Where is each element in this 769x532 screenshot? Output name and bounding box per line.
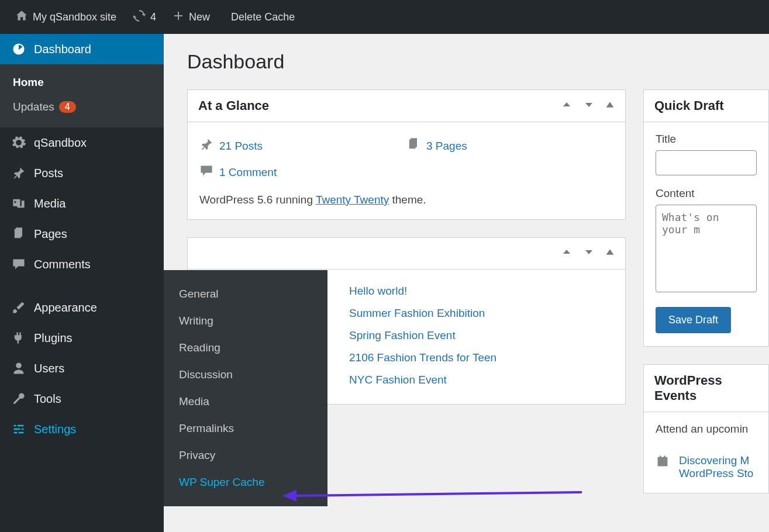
- sidebar-item-label: Settings: [34, 423, 76, 436]
- toggle-icon[interactable]: [605, 246, 615, 261]
- move-down-icon[interactable]: [583, 246, 595, 261]
- sidebar-item-appearance[interactable]: Appearance: [0, 292, 164, 323]
- updates-badge: 4: [59, 101, 76, 113]
- sidebar-item-settings[interactable]: Settings: [0, 414, 164, 444]
- pages-icon: [406, 137, 426, 154]
- quick-draft-content-label: Content: [656, 187, 757, 200]
- topbar-update-count: 4: [150, 11, 156, 23]
- topbar-new[interactable]: New: [164, 0, 218, 34]
- flyout-item-writing[interactable]: Writing: [164, 308, 327, 334]
- media-icon: [11, 196, 27, 210]
- sidebar-item-plugins[interactable]: Plugins: [0, 323, 164, 353]
- flyout-item-privacy[interactable]: Privacy: [164, 442, 327, 469]
- glance-footer: WordPress 5.6 running Twenty Twenty them…: [199, 194, 613, 206]
- dashboard-icon: [11, 42, 27, 56]
- sidebar-item-label: Comments: [34, 258, 91, 271]
- flyout-item-reading[interactable]: Reading: [164, 334, 327, 361]
- settings-flyout: General Writing Reading Discussion Media…: [164, 270, 327, 506]
- pin-icon: [199, 137, 219, 154]
- sliders-icon: [11, 422, 27, 436]
- activity-link[interactable]: Hello world!: [349, 285, 407, 298]
- sidebar-item-users[interactable]: Users: [0, 353, 164, 384]
- page-title: Dashboard: [187, 50, 769, 73]
- sidebar-subitem-home[interactable]: Home: [0, 70, 164, 95]
- quick-draft-title-input[interactable]: [656, 150, 757, 175]
- quick-draft-box: Quick Draft Title Content Save Draft: [643, 89, 769, 347]
- topbar-delete-cache-label: Delete Cache: [231, 11, 295, 23]
- user-icon: [11, 361, 27, 375]
- activity-link[interactable]: Spring Fashion Event: [349, 329, 456, 342]
- sidebar-item-label: Pages: [34, 227, 67, 241]
- postbox-title: At a Glance: [198, 98, 561, 113]
- flyout-item-media[interactable]: Media: [164, 388, 327, 415]
- topbar-delete-cache[interactable]: Delete Cache: [218, 0, 303, 34]
- sidebar-item-label: Appearance: [34, 301, 97, 315]
- pin-icon: [11, 166, 27, 180]
- brush-icon: [11, 300, 27, 315]
- home-icon: [15, 9, 28, 25]
- activity-link[interactable]: NYC Fashion Event: [349, 374, 447, 386]
- sidebar-item-label: Dashboard: [34, 43, 91, 56]
- move-down-icon[interactable]: [583, 99, 595, 113]
- comment-icon: [199, 164, 219, 181]
- pages-icon: [11, 227, 27, 241]
- quick-draft-title-label: Title: [656, 133, 757, 146]
- flyout-item-discussion[interactable]: Discussion: [164, 361, 327, 388]
- glance-posts-link[interactable]: 21 Posts: [219, 140, 263, 153]
- glance-footer-prefix: WordPress 5.6 running: [199, 194, 316, 206]
- sidebar-dashboard-submenu: Home Updates 4: [0, 64, 164, 127]
- sidebar-item-label: qSandbox: [34, 136, 87, 150]
- quick-draft-content-textarea[interactable]: [656, 205, 757, 292]
- admin-topbar: My qSandbox site 4 New Delete Cache: [0, 0, 769, 34]
- annotation-arrow: [278, 484, 588, 507]
- sidebar-subitem-label: Home: [13, 76, 44, 89]
- sidebar-subitem-updates[interactable]: Updates 4: [0, 95, 164, 119]
- glance-pages-link[interactable]: 3 Pages: [426, 140, 467, 153]
- postbox-title: WordPress Events: [654, 373, 758, 403]
- sidebar-item-label: Posts: [34, 167, 63, 180]
- sidebar-subitem-label: Updates: [13, 101, 54, 113]
- glance-theme-link[interactable]: Twenty Twenty: [316, 194, 389, 206]
- svg-line-0: [295, 492, 582, 496]
- sidebar-item-label: Media: [34, 197, 65, 210]
- plus-icon: [173, 10, 184, 25]
- wp-event-link[interactable]: WordPress Sto: [679, 467, 753, 479]
- sidebar-item-tools[interactable]: Tools: [0, 384, 164, 414]
- toggle-icon[interactable]: [605, 99, 615, 113]
- sidebar-item-media[interactable]: Media: [0, 188, 164, 219]
- wp-events-intro: Attend an upcomin: [656, 423, 757, 446]
- svg-marker-1: [282, 490, 296, 502]
- sidebar-item-label: Users: [34, 362, 64, 375]
- admin-sidebar: Dashboard Home Updates 4 qSandbox Posts …: [0, 34, 164, 532]
- wp-events-box: WordPress Events Attend an upcomin Disco…: [643, 364, 769, 493]
- comment-icon: [11, 257, 27, 271]
- flyout-item-permalinks[interactable]: Permalinks: [164, 415, 327, 442]
- sidebar-item-posts[interactable]: Posts: [0, 158, 164, 188]
- save-draft-button[interactable]: Save Draft: [656, 307, 731, 333]
- activity-link[interactable]: 2106 Fashion Trends for Teen: [349, 351, 496, 364]
- sidebar-item-label: Plugins: [34, 331, 73, 345]
- sidebar-item-pages[interactable]: Pages: [0, 219, 164, 249]
- wrench-icon: [11, 392, 27, 406]
- postbox-title: Quick Draft: [654, 98, 758, 113]
- refresh-icon: [133, 9, 146, 25]
- site-name: My qSandbox site: [33, 11, 116, 23]
- topbar-new-label: New: [189, 11, 210, 23]
- sidebar-item-dashboard[interactable]: Dashboard: [0, 34, 164, 64]
- sidebar-item-comments[interactable]: Comments: [0, 249, 164, 279]
- glance-comments-link[interactable]: 1 Comment: [219, 166, 277, 179]
- activity-link[interactable]: Summer Fashion Exhibition: [349, 307, 485, 320]
- sidebar-item-label: Tools: [34, 392, 61, 406]
- sidebar-item-qsandbox[interactable]: qSandbox: [0, 127, 164, 158]
- wp-event-link[interactable]: Discovering M: [679, 454, 749, 467]
- topbar-site-link[interactable]: My qSandbox site: [7, 0, 125, 34]
- plug-icon: [11, 331, 27, 345]
- gear-icon: [11, 136, 27, 150]
- topbar-updates[interactable]: 4: [125, 0, 164, 34]
- calendar-icon: [656, 454, 670, 471]
- at-a-glance-box: At a Glance 21 Posts: [187, 89, 626, 220]
- move-up-icon[interactable]: [561, 246, 573, 261]
- glance-footer-suffix: theme.: [389, 194, 426, 206]
- flyout-item-general[interactable]: General: [164, 281, 327, 308]
- move-up-icon[interactable]: [561, 99, 573, 113]
